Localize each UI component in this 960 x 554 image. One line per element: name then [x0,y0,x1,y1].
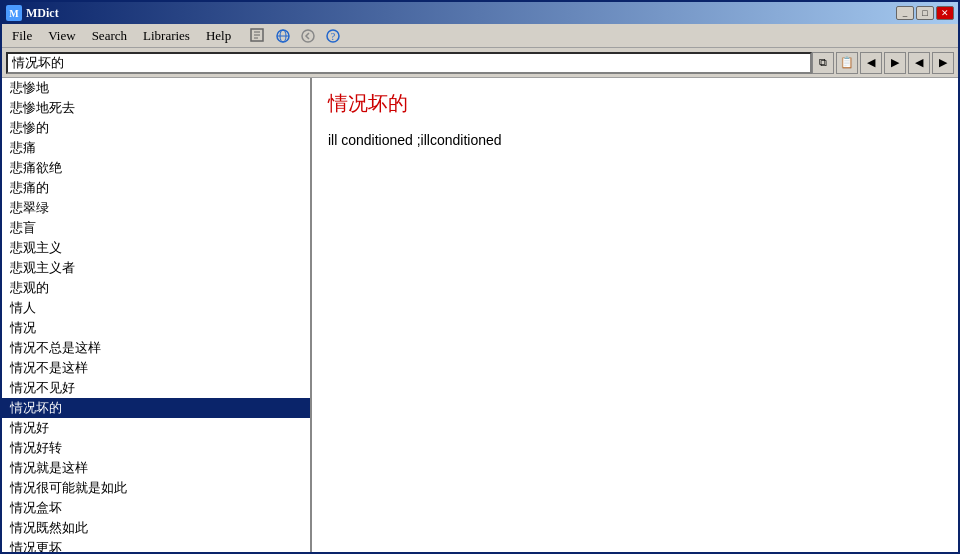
menu-search[interactable]: Search [84,26,135,46]
definition-title: 情况坏的 [328,90,942,117]
back-icon [300,28,316,44]
nav-next-btn[interactable]: ▶ [932,52,954,74]
list-item[interactable]: 情况不见好 [2,378,310,398]
main-area: 悲惨地 悲惨地死去 悲惨的 悲痛 悲痛欲绝 悲痛的 悲翠绿 悲盲 悲观主义 悲观… [2,78,958,552]
list-item[interactable]: 情况很可能就是如此 [2,478,310,498]
menu-bar: File View Search Libraries Help [2,24,958,48]
list-item[interactable]: 情况好 [2,418,310,438]
toolbar-btn-4[interactable]: ? [322,25,344,47]
app-icon: M [6,5,22,21]
nav-forward-btn[interactable]: ▶ [884,52,906,74]
copy-btn[interactable]: ⧉ [812,52,834,74]
list-item[interactable]: 悲观主义者 [2,258,310,278]
list-item[interactable]: 悲痛欲绝 [2,158,310,178]
title-bar: M MDict _ □ ✕ [2,2,958,24]
toolbar-btn-3[interactable] [297,25,319,47]
word-list: 悲惨地 悲惨地死去 悲惨的 悲痛 悲痛欲绝 悲痛的 悲翠绿 悲盲 悲观主义 悲观… [2,78,310,552]
menu-help[interactable]: Help [198,26,239,46]
search-icon [250,28,266,44]
list-item[interactable]: 情况好转 [2,438,310,458]
window-controls: _ □ ✕ [896,6,954,20]
list-item[interactable]: 悲惨的 [2,118,310,138]
list-item[interactable]: 悲痛 [2,138,310,158]
list-item[interactable]: 情况不是这样 [2,358,310,378]
search-toolbar-right: ⧉ 📋 ◀ ▶ ◀ ▶ [812,52,954,74]
definition-panel: 情况坏的 ill conditioned ;illconditioned [312,78,958,552]
word-list-panel: 悲惨地 悲惨地死去 悲惨的 悲痛 悲痛欲绝 悲痛的 悲翠绿 悲盲 悲观主义 悲观… [2,78,312,552]
main-window: M MDict _ □ ✕ File View Search Libraries… [0,0,960,554]
minimize-button[interactable]: _ [896,6,914,20]
search-input[interactable] [6,52,812,74]
nav-back-btn[interactable]: ◀ [860,52,882,74]
window-title: MDict [26,6,59,21]
title-bar-left: M MDict [6,5,59,21]
list-item[interactable]: 情况既然如此 [2,518,310,538]
list-item[interactable]: 悲惨地 [2,78,310,98]
list-item[interactable]: 情况 [2,318,310,338]
search-bar: ⧉ 📋 ◀ ▶ ◀ ▶ [2,48,958,78]
maximize-button[interactable]: □ [916,6,934,20]
list-item[interactable]: 情况更坏 [2,538,310,552]
list-item[interactable]: 悲盲 [2,218,310,238]
menu-file[interactable]: File [4,26,40,46]
help-icon: ? [325,28,341,44]
list-item-selected[interactable]: 情况坏的 [2,398,310,418]
close-button[interactable]: ✕ [936,6,954,20]
svg-text:?: ? [331,31,336,42]
list-item[interactable]: 悲惨地死去 [2,98,310,118]
definition-content: ill conditioned ;illconditioned [328,129,942,151]
nav-prev-btn[interactable]: ◀ [908,52,930,74]
toolbar-btn-1[interactable] [247,25,269,47]
list-item[interactable]: 情况就是这样 [2,458,310,478]
toolbar-icons: ? [247,25,344,47]
list-item[interactable]: 悲翠绿 [2,198,310,218]
list-item[interactable]: 悲观的 [2,278,310,298]
menu-view[interactable]: View [40,26,83,46]
svg-point-7 [302,30,314,42]
toolbar-btn-2[interactable] [272,25,294,47]
list-item[interactable]: 情人 [2,298,310,318]
list-item[interactable]: 悲观主义 [2,238,310,258]
list-item[interactable]: 悲痛的 [2,178,310,198]
list-item[interactable]: 情况不总是这样 [2,338,310,358]
menu-libraries[interactable]: Libraries [135,26,198,46]
menu-items: File View Search Libraries Help [4,26,239,46]
paste-btn[interactable]: 📋 [836,52,858,74]
list-item[interactable]: 情况盒坏 [2,498,310,518]
globe-icon [275,28,291,44]
